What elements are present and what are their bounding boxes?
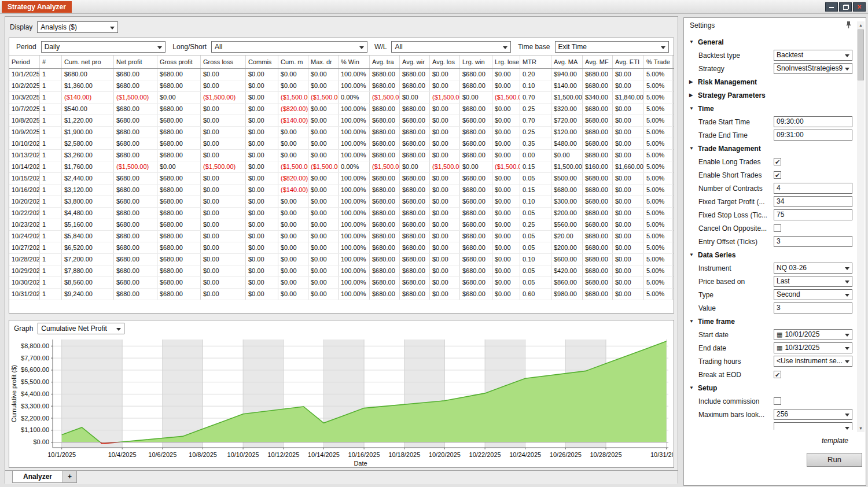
table-cell: $0.00: [492, 173, 520, 184]
chevron-down-icon[interactable]: ▼: [689, 39, 698, 45]
table-row[interactable]: 10/23/20251$5,160.00$680.00$680.00$0.00$…: [9, 219, 674, 231]
column-header-win[interactable]: % Win: [339, 56, 370, 68]
clipped-select[interactable]: [774, 422, 852, 430]
maximum-bars-look-select[interactable]: 256: [774, 409, 852, 420]
settings-group-risk-management[interactable]: ▶Risk Management: [685, 75, 857, 88]
price-based-on-select[interactable]: Last: [774, 276, 852, 287]
table-row[interactable]: 10/16/20251$3,120.00$680.00$680.00$0.00$…: [9, 185, 674, 196]
table-cell: 100.00%: [339, 231, 370, 242]
column-header-lrg-win[interactable]: Lrg. win: [460, 56, 492, 68]
settings-group-time-frame[interactable]: ▼Time frame: [685, 315, 857, 328]
close-button[interactable]: ×: [853, 2, 866, 12]
chevron-down-icon[interactable]: ▼: [689, 106, 698, 111]
break-at-eod-checkbox[interactable]: ✔: [774, 371, 781, 378]
table-row[interactable]: 10/9/20251$1,900.00$680.00$680.00$0.00$0…: [9, 127, 674, 138]
table-cell: $0.00: [278, 242, 308, 253]
type-select[interactable]: Second: [774, 289, 852, 300]
value-field[interactable]: 3: [774, 302, 852, 313]
cancel-on-opposite-checkbox[interactable]: [774, 224, 781, 232]
table-row[interactable]: 10/10/20251$2,580.00$680.00$680.00$0.00$…: [9, 138, 674, 150]
table-row[interactable]: 10/22/20251$4,480.00$680.00$680.00$0.00$…: [9, 208, 674, 219]
table-row[interactable]: 10/30/20251$8,560.00$680.00$680.00$0.00$…: [9, 277, 674, 289]
run-button[interactable]: Run: [807, 453, 862, 467]
minimize-button[interactable]: [825, 2, 838, 12]
settings-group-general[interactable]: ▼General: [685, 35, 857, 49]
end-date-datepicker[interactable]: ▦10/31/2025: [774, 342, 852, 353]
enable-long-trades-checkbox[interactable]: ✔: [774, 158, 781, 165]
column-header-avg-mf[interactable]: Avg. MF: [583, 56, 613, 68]
table-row[interactable]: 10/1/20251$680.00$680.00$680.00$0.00$0.0…: [9, 69, 674, 80]
chevron-down-icon[interactable]: ▼: [689, 385, 698, 390]
backtest-type-select[interactable]: Backtest: [774, 50, 852, 61]
table-row[interactable]: 10/14/20251$1,760.00($1,500.00)$0.00($1,…: [9, 161, 674, 173]
column-header-gross-profit[interactable]: Gross profit: [157, 56, 201, 68]
column-header-mtr[interactable]: MTR: [520, 56, 551, 68]
column-header-avg-eti[interactable]: Avg. ETI: [613, 56, 644, 68]
instrument-select[interactable]: NQ 03-26: [774, 263, 852, 274]
svg-text:10/18/2025: 10/18/2025: [388, 451, 420, 458]
column-header-avg-wir[interactable]: Avg. wir: [400, 56, 430, 68]
strategy-select[interactable]: SnoInvestStrategies9: [774, 63, 852, 74]
column-header-[interactable]: #: [40, 56, 62, 68]
chevron-down-icon[interactable]: ▼: [689, 252, 698, 257]
table-row[interactable]: 10/3/20251($140.00)($1,500.00)$0.00($1,5…: [9, 92, 674, 104]
settings-group-time[interactable]: ▼Time: [685, 102, 857, 115]
trade-start-time-field[interactable]: 09:30:00: [774, 116, 852, 127]
timebase-select[interactable]: Exit Time: [555, 41, 669, 53]
settings-group-setup[interactable]: ▼Setup: [685, 381, 857, 394]
table-row[interactable]: 10/8/20251$1,220.00$680.00$680.00$0.00$0…: [9, 115, 674, 127]
fixed-target-profit-field[interactable]: 34: [774, 196, 852, 207]
display-select[interactable]: Analysis ($): [37, 21, 118, 33]
start-date-datepicker[interactable]: ▦10/01/2025: [774, 329, 852, 340]
wl-select[interactable]: All: [391, 41, 511, 53]
trade-end-time-field[interactable]: 09:31:00: [774, 130, 852, 141]
table-row[interactable]: 10/28/20251$7,200.00$680.00$680.00$0.00$…: [9, 254, 674, 265]
entry-offset-ticks-field[interactable]: 3: [774, 236, 852, 247]
graph-select[interactable]: Cumulative Net Profit: [38, 323, 124, 334]
longshort-select[interactable]: All: [211, 41, 367, 53]
column-header-gross-loss[interactable]: Gross loss: [201, 56, 246, 68]
table-row[interactable]: 10/13/20251$3,260.00$680.00$680.00$0.00$…: [9, 150, 674, 161]
column-header-max-dr[interactable]: Max. dr: [308, 56, 339, 68]
column-header-lrg-lose[interactable]: Lrg. lose: [492, 56, 520, 68]
scroll-down-icon[interactable]: ▼: [857, 425, 865, 432]
settings-group-strategy-parameters[interactable]: ▶Strategy Parameters: [685, 88, 857, 102]
column-header-trade[interactable]: % Trade: [644, 56, 673, 68]
scroll-up-icon[interactable]: ▲: [857, 21, 865, 29]
column-header-cum-net-pro[interactable]: Cum. net pro: [62, 56, 114, 68]
table-row[interactable]: 10/20/20251$3,800.00$680.00$680.00$0.00$…: [9, 196, 674, 208]
table-row[interactable]: 10/24/20251$5,840.00$680.00$680.00$0.00$…: [9, 231, 674, 242]
tab-analyzer[interactable]: Analyzer: [12, 471, 63, 483]
settings-scrollbar[interactable]: ▲ ▼: [857, 21, 865, 432]
column-header-cum-m[interactable]: Cum. m: [278, 56, 308, 68]
table-row[interactable]: 10/15/20251$2,440.00$680.00$680.00$0.00$…: [9, 173, 674, 185]
chevron-right-icon[interactable]: ▶: [689, 93, 698, 98]
pin-icon[interactable]: [845, 21, 852, 31]
settings-group-trade-management[interactable]: ▼Trade Management: [685, 142, 857, 155]
table-cell: $680.00: [114, 254, 157, 265]
column-header-avg-los[interactable]: Avg. los: [430, 56, 460, 68]
add-tab-button[interactable]: +: [63, 471, 77, 483]
column-header-net-profit[interactable]: Net profit: [114, 56, 157, 68]
number-of-contracts-field[interactable]: 4: [774, 183, 852, 194]
chevron-down-icon[interactable]: ▼: [689, 319, 698, 324]
column-header-commis[interactable]: Commis: [246, 56, 278, 68]
fixed-stop-loss-tic-field[interactable]: 75: [774, 209, 852, 220]
table-row[interactable]: 10/31/20251$9,240.00$680.00$680.00$0.00$…: [9, 289, 674, 300]
table-row[interactable]: 10/2/20251$1,360.00$680.00$680.00$0.00$0…: [9, 80, 674, 92]
column-header-period[interactable]: Period: [9, 56, 40, 68]
trading-hours-select[interactable]: <Use instrument se...: [774, 356, 852, 367]
column-header-avg-ma[interactable]: Avg. MA: [551, 56, 583, 68]
chevron-down-icon[interactable]: ▼: [689, 146, 698, 151]
scrollbar-thumb[interactable]: [858, 29, 864, 80]
chevron-right-icon[interactable]: ▶: [689, 79, 698, 84]
enable-short-trades-checkbox[interactable]: ✔: [774, 171, 781, 179]
settings-group-data-series[interactable]: ▼Data Series: [685, 248, 857, 261]
table-row[interactable]: 10/7/20251$540.00$680.00$680.00$0.00$0.0…: [9, 104, 674, 115]
restore-button[interactable]: [839, 2, 852, 12]
include-commission-checkbox[interactable]: [774, 397, 781, 405]
column-header-avg-tra[interactable]: Avg. tra: [370, 56, 400, 68]
table-row[interactable]: 10/27/20251$6,520.00$680.00$680.00$0.00$…: [9, 242, 674, 254]
period-select[interactable]: Daily: [41, 41, 166, 53]
table-row[interactable]: 10/29/20251$7,880.00$680.00$680.00$0.00$…: [9, 265, 674, 277]
